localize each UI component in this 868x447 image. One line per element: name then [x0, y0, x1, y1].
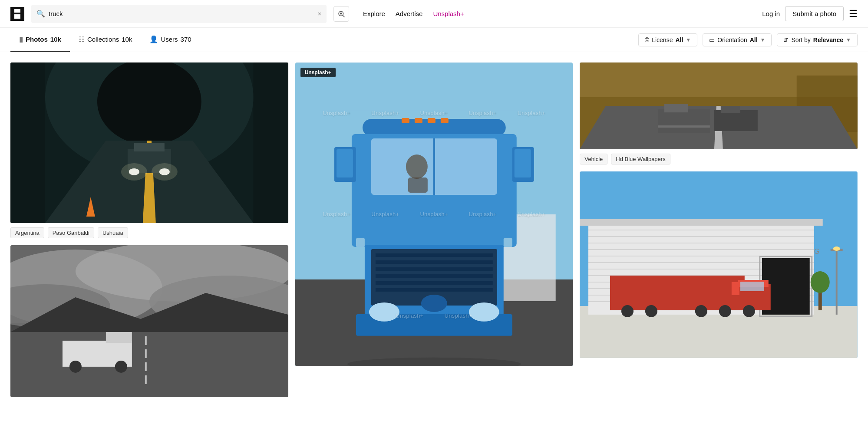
svg-point-112 — [811, 271, 830, 293]
photo-road-image[interactable] — [580, 62, 858, 149]
svg-point-68 — [421, 295, 447, 312]
tab-users-count: 370 — [181, 36, 191, 43]
svg-point-110 — [833, 247, 840, 251]
nav-unsplash-plus[interactable]: Unsplash+ — [433, 10, 464, 17]
photos-icon: ▮ — [19, 35, 23, 43]
orientation-icon: ▭ — [709, 36, 715, 43]
svg-rect-0 — [10, 7, 24, 21]
svg-text:G: G — [814, 248, 819, 255]
license-value: All — [675, 36, 683, 43]
hamburger-menu[interactable]: ☰ — [849, 8, 858, 20]
search-bar: 🔍 × — [31, 5, 327, 23]
sort-chevron-icon: ▼ — [846, 37, 851, 43]
svg-rect-49 — [376, 260, 493, 264]
tag-argentina[interactable]: Argentina — [10, 227, 44, 238]
svg-rect-65 — [408, 177, 428, 193]
orientation-value: All — [750, 36, 758, 43]
tag-hd-blue-wallpapers[interactable]: Hd Blue Wallpapers — [611, 154, 670, 164]
photo-card-bw[interactable] — [10, 245, 288, 397]
photo-card-warehouse[interactable]: G — [580, 171, 858, 358]
svg-rect-11 — [134, 143, 165, 151]
photo-warehouse-image[interactable]: G — [580, 171, 858, 358]
photo-card-road[interactable]: Vehicle Hd Blue Wallpapers — [580, 62, 858, 164]
login-button[interactable]: Log in — [762, 10, 780, 17]
svg-point-33 — [115, 361, 127, 373]
svg-point-102 — [621, 305, 634, 317]
main-header: 🔍 × Explore Advertise Unsplash+ Log in S… — [0, 0, 868, 28]
nav-advertise[interactable]: Advertise — [396, 10, 423, 17]
tab-users[interactable]: 👤 Users 370 — [141, 28, 200, 52]
svg-rect-59 — [514, 149, 531, 177]
svg-rect-60 — [402, 118, 409, 123]
svg-point-54 — [369, 302, 399, 322]
svg-rect-61 — [415, 118, 422, 123]
photo-tags-road: Vehicle Hd Blue Wallpapers — [580, 154, 858, 164]
tag-paso-garibaldi[interactable]: Paso Garibaldi — [48, 227, 94, 238]
svg-rect-75 — [658, 109, 710, 133]
unsplash-plus-badge: Unsplash+ — [300, 68, 336, 77]
search-icon: 🔍 — [36, 10, 45, 18]
svg-rect-108 — [836, 250, 838, 315]
search-input[interactable] — [49, 10, 314, 17]
photo-blue-truck-image[interactable]: Unsplash+ — [295, 62, 573, 366]
license-filter[interactable]: © License All ▼ — [638, 33, 697, 46]
svg-point-104 — [695, 305, 707, 317]
sort-label: Sort by — [791, 36, 810, 43]
svg-point-105 — [719, 305, 731, 317]
svg-rect-2 — [14, 14, 20, 19]
svg-rect-17 — [10, 62, 45, 223]
license-label: License — [652, 36, 673, 43]
sort-icon: ⇵ — [783, 36, 789, 43]
svg-rect-29 — [145, 375, 147, 384]
orientation-filter[interactable]: ▭ Orientation All ▼ — [703, 33, 772, 46]
svg-rect-27 — [145, 349, 147, 358]
sort-value: Relevance — [813, 36, 843, 43]
svg-rect-79 — [658, 125, 710, 128]
photo-card-tunnel[interactable]: Argentina Paso Garibaldi Ushuaia — [10, 62, 288, 238]
svg-rect-67 — [503, 238, 512, 247]
svg-rect-57 — [337, 149, 353, 177]
grid-col-center: Unsplash+ — [295, 62, 573, 366]
svg-rect-62 — [427, 118, 435, 123]
svg-rect-18 — [254, 62, 288, 223]
svg-rect-101 — [740, 282, 764, 291]
svg-point-106 — [743, 305, 755, 317]
header-actions: Log in Submit a photo ☰ — [762, 6, 858, 21]
svg-point-55 — [469, 302, 499, 322]
submit-photo-button[interactable]: Submit a photo — [785, 6, 844, 21]
tab-collections[interactable]: ☷ Collections 10k — [70, 28, 141, 52]
sort-filter[interactable]: ⇵ Sort by Relevance ▼ — [777, 33, 858, 46]
photo-tunnel-image[interactable] — [10, 62, 288, 223]
license-chevron-icon: ▼ — [686, 37, 691, 43]
orientation-chevron-icon: ▼ — [760, 37, 766, 43]
svg-rect-1 — [14, 9, 20, 13]
main-content: Argentina Paso Garibaldi Ushuaia — [0, 52, 868, 397]
nav-explore[interactable]: Explore — [363, 10, 385, 17]
logo[interactable] — [10, 7, 24, 21]
photo-card-blue-truck[interactable]: Unsplash+ — [295, 62, 573, 366]
svg-rect-77 — [714, 110, 758, 131]
svg-rect-51 — [376, 274, 493, 278]
tag-ushuaia[interactable]: Ushuaia — [98, 227, 128, 238]
users-icon: 👤 — [149, 35, 158, 43]
photo-bw-image[interactable] — [10, 245, 288, 397]
svg-point-14 — [121, 163, 147, 181]
tag-vehicle[interactable]: Vehicle — [580, 154, 607, 164]
grid-col-right: Vehicle Hd Blue Wallpapers — [580, 62, 858, 358]
svg-rect-26 — [145, 336, 147, 345]
visual-search-button[interactable] — [333, 6, 349, 22]
svg-rect-76 — [664, 104, 688, 112]
clear-icon[interactable]: × — [318, 10, 321, 17]
svg-rect-52 — [376, 281, 493, 285]
svg-rect-48 — [376, 253, 493, 257]
svg-point-103 — [645, 305, 657, 317]
collections-icon: ☷ — [79, 35, 85, 43]
tab-collections-label: Collections — [87, 36, 119, 43]
svg-rect-66 — [356, 238, 365, 247]
svg-rect-50 — [376, 267, 493, 271]
license-icon: © — [645, 36, 649, 43]
svg-rect-31 — [106, 332, 132, 343]
svg-rect-63 — [440, 118, 448, 123]
tab-photos[interactable]: ▮ Photos 10k — [10, 28, 70, 52]
svg-point-32 — [69, 361, 82, 373]
